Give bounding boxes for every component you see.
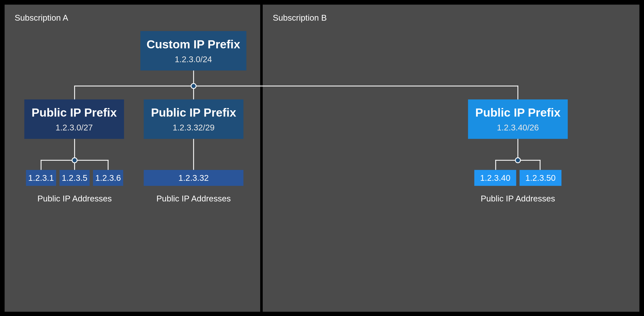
addresses-caption: Public IP Addresses <box>24 194 125 203</box>
junction-dot <box>72 157 77 163</box>
public-ip-prefix-3-title: Public IP Prefix <box>475 106 561 120</box>
connector-line <box>74 86 75 99</box>
subscription-b-panel: Subscription B <box>263 5 639 312</box>
junction-dot <box>515 157 521 163</box>
connector-line <box>540 160 540 170</box>
custom-ip-prefix-cidr: 1.2.3.0/24 <box>175 55 212 64</box>
custom-ip-prefix-title: Custom IP Prefix <box>147 37 240 51</box>
junction-dot <box>191 83 196 89</box>
public-ip-prefix-2-cidr: 1.2.3.32/29 <box>173 123 214 133</box>
ip-address-box: 1.2.3.50 <box>520 170 562 186</box>
diagram-canvas: Subscription A Subscription B Custom IP … <box>0 0 644 316</box>
addresses-caption: Public IP Addresses <box>468 194 568 203</box>
public-ip-prefix-1-title: Public IP Prefix <box>32 106 117 120</box>
custom-ip-prefix-box: Custom IP Prefix 1.2.3.0/24 <box>140 31 246 71</box>
connector-line <box>108 160 108 170</box>
ip-address-box: 1.2.3.5 <box>60 170 90 186</box>
connector-line <box>495 160 496 170</box>
public-ip-prefix-3-box: Public IP Prefix 1.2.3.40/26 <box>468 99 568 139</box>
ip-address-box: 1.2.3.32 <box>144 170 244 186</box>
public-ip-prefix-3-cidr: 1.2.3.40/26 <box>497 123 539 133</box>
connector-line <box>193 139 194 170</box>
ip-address-box: 1.2.3.40 <box>474 170 516 186</box>
ip-address-box: 1.2.3.6 <box>93 170 123 186</box>
connector-line <box>518 86 518 99</box>
subscription-a-label: Subscription A <box>15 13 68 23</box>
public-ip-prefix-1-box: Public IP Prefix 1.2.3.0/27 <box>24 99 124 139</box>
public-ip-prefix-2-box: Public IP Prefix 1.2.3.32/29 <box>144 99 244 139</box>
addresses-caption: Public IP Addresses <box>143 194 244 203</box>
ip-address-box: 1.2.3.1 <box>26 170 56 186</box>
subscription-b-label: Subscription B <box>273 13 327 23</box>
connector-line <box>74 86 518 86</box>
public-ip-prefix-1-cidr: 1.2.3.0/27 <box>56 123 93 133</box>
public-ip-prefix-2-title: Public IP Prefix <box>151 106 236 120</box>
connector-line <box>41 160 41 170</box>
